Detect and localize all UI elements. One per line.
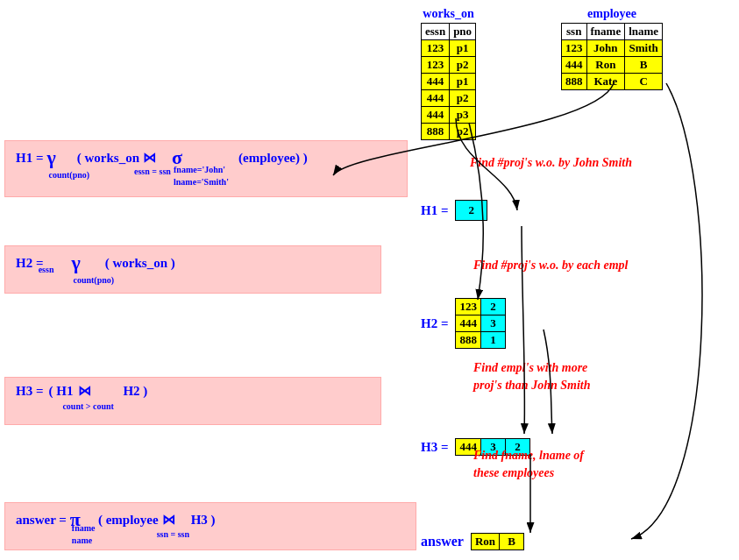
employee-table: ssn fname lname 123JohnSmith 444RonB 888… (561, 23, 663, 90)
works-on-col-essn: essn (422, 24, 450, 40)
emp-col-ssn: ssn (562, 24, 587, 40)
table-cell: 888 (562, 74, 587, 90)
table-cell: 1 (480, 332, 505, 349)
table-cell: 444 (422, 107, 450, 124)
table-cell: 3 (480, 315, 505, 332)
h1-gamma: γ count(pno) (46, 146, 55, 169)
table-cell: Ron (586, 57, 625, 74)
h2-result-table: 1232 4443 8881 (455, 298, 506, 349)
table-cell: p2 (450, 90, 476, 107)
answer-result-table: Ron B (471, 533, 524, 550)
h1-employee-end: (employee) ) (238, 151, 308, 166)
h1-works-on: ( works_on (77, 151, 139, 166)
table-cell: p3 (450, 107, 476, 124)
h2-expr-box: H2 = essn γ count(pno) ( works_on ) (4, 245, 381, 294)
employee-title: employee (561, 7, 663, 21)
table-cell: 888 (456, 332, 481, 349)
answer-expr-box: answer = π fnamename ( employee ⋈ ssn = … (4, 502, 416, 550)
table-cell: p1 (450, 74, 476, 90)
h3-result-label: H3 = (421, 440, 448, 455)
table-cell: 123 (562, 40, 587, 57)
h2-result-label: H2 = (421, 316, 448, 331)
table-cell: p1 (450, 40, 476, 57)
table-cell: p2 (450, 57, 476, 74)
h1-result-value: 2 (456, 201, 487, 221)
table-cell: John (586, 40, 625, 57)
table-cell: 123 (422, 40, 450, 57)
table-cell: B (625, 57, 663, 74)
h3-bowtie: ⋈ count > count (78, 383, 91, 399)
answer-label-expr: answer = (16, 513, 67, 528)
emp-col-lname: lname (625, 24, 663, 40)
employee-table-container: employee ssn fname lname 123JohnSmith 44… (561, 7, 663, 90)
works-on-title: works_on (421, 7, 476, 21)
answer-h3-end: H3 ) (191, 513, 216, 528)
h3-expr-box: H3 = ( H1 ⋈ count > count H2 ) (4, 377, 381, 425)
h1-result-container: H1 = 2 (421, 200, 487, 221)
table-cell: 123 (422, 57, 450, 74)
h2-gamma: γ count(pno) (71, 252, 80, 274)
answer-bowtie: ⋈ ssn = ssn (162, 512, 175, 528)
desc-more-projs: Find empl's with moreproj's than John Sm… (473, 359, 590, 393)
answer-result-container: answer Ron B (421, 533, 524, 550)
h1-sigma: σ fname='John'lname='Smith' (172, 146, 182, 169)
table-cell: B (500, 534, 524, 550)
table-cell: 444 (562, 57, 587, 74)
desc-fname-lname: Find fname, lname ofthese employees (473, 447, 584, 481)
table-cell: 444 (422, 90, 450, 107)
table-cell: 2 (480, 299, 505, 315)
table-cell: C (625, 74, 663, 90)
h1-result-label: H1 = (421, 203, 448, 218)
table-cell: Kate (586, 74, 625, 90)
table-cell: Smith (625, 40, 663, 57)
emp-col-fname: fname (586, 24, 625, 40)
h3-label: H3 = (16, 384, 43, 399)
h2-expression: H2 = essn γ count(pno) ( works_on ) (16, 252, 370, 274)
answer-expression: answer = π fnamename ( employee ⋈ ssn = … (16, 508, 405, 531)
works-on-table: essn pno 123p1 123p2 444p1 444p2 444p3 8… (421, 23, 476, 140)
works-on-table-container: works_on essn pno 123p1 123p2 444p1 444p… (421, 7, 476, 140)
table-cell: 444 (422, 74, 450, 90)
h1-bowtie: ⋈ essn = ssn (143, 150, 156, 166)
h1-result-table: 2 (455, 200, 487, 221)
h3-expression: H3 = ( H1 ⋈ count > count H2 ) (16, 383, 370, 399)
desc-each-empl: Find #proj's w.o. by each empl (473, 259, 628, 273)
table-cell: 444 (456, 315, 481, 332)
table-cell: 888 (422, 124, 450, 140)
h3-close: H2 ) (123, 384, 147, 399)
table-cell: Ron (471, 534, 499, 550)
desc-find-john-smith: Find #proj's w.o. by John Smith (470, 156, 632, 170)
h2-result-container: H2 = 1232 4443 8881 (421, 298, 506, 349)
h1-expression: H1 = γ count(pno) ( works_on ⋈ essn = ss… (16, 146, 396, 169)
h3-open: ( H1 (48, 384, 73, 399)
answer-result-label: answer (421, 534, 464, 549)
answer-pi: π fnamename (70, 508, 81, 531)
h1-expr-box: H1 = γ count(pno) ( works_on ⋈ essn = ss… (4, 140, 408, 197)
answer-employee: ( employee (98, 513, 159, 528)
table-cell: 123 (456, 299, 481, 315)
table-cell: p2 (450, 124, 476, 140)
h1-label: H1 = (16, 151, 43, 166)
h2-works-on: ( works_on ) (105, 256, 175, 271)
works-on-col-pno: pno (450, 24, 476, 40)
